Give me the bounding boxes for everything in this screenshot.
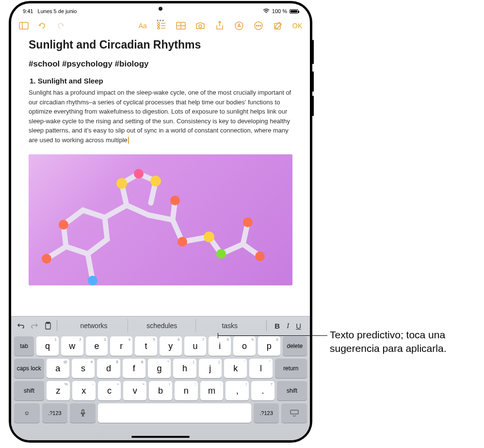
key-l[interactable]: "l xyxy=(249,359,272,378)
key-q[interactable]: 1q xyxy=(36,336,59,356)
more-icon[interactable] xyxy=(254,21,263,31)
key-row-3: shift %z -x +c =v /b ;n :m !, ?. shift xyxy=(14,381,307,400)
svg-point-22 xyxy=(177,237,187,247)
shift-key-right[interactable]: shift xyxy=(277,381,307,400)
key-s[interactable]: #s xyxy=(72,359,95,378)
shift-key-left[interactable]: shift xyxy=(14,381,44,400)
key-p[interactable]: 0p xyxy=(258,336,280,356)
key-c[interactable]: +c xyxy=(98,381,121,400)
redo-icon xyxy=(56,21,65,31)
callout-text: Texto predictivo; toca una sugerencia pa… xyxy=(330,328,475,356)
emoji-key[interactable]: ☺ xyxy=(14,403,40,423)
key-h[interactable]: (h xyxy=(173,359,196,378)
keyboard-suggestion-bar: networks schedules tasks B I U xyxy=(11,316,310,335)
key-row-1: tab 1q 2w 3e 4r 5t 6y 7u 8i 9o 0p delete xyxy=(14,336,307,356)
key-i[interactable]: 8i xyxy=(209,336,231,356)
note-content-area[interactable]: Sunlight and Circadian Rhythms #school #… xyxy=(11,35,310,316)
status-date: Lunes 5 de junio xyxy=(38,8,77,14)
ipad-screen: 9:41 Lunes 5 de junio 100 % ••• Aa xyxy=(11,3,310,440)
status-time: 9:41 xyxy=(23,8,33,14)
key-r[interactable]: 4r xyxy=(110,336,132,356)
undo-icon[interactable] xyxy=(37,21,47,31)
bold-button[interactable]: B xyxy=(274,322,280,330)
done-button[interactable]: OK xyxy=(292,22,302,30)
home-indicator[interactable] xyxy=(131,436,190,438)
note-tags: #school #psychology #biology xyxy=(29,59,292,69)
key-comma[interactable]: !, xyxy=(226,381,249,400)
key-v[interactable]: =v xyxy=(123,381,146,400)
numeric-key-right[interactable]: .?123 xyxy=(254,403,279,423)
camera-icon[interactable] xyxy=(195,21,205,31)
key-x[interactable]: -x xyxy=(72,381,96,400)
kb-redo-icon[interactable] xyxy=(29,320,40,332)
dismiss-keyboard-key[interactable] xyxy=(281,403,307,423)
share-icon[interactable] xyxy=(215,21,225,31)
new-note-icon[interactable] xyxy=(273,21,283,31)
numeric-key-left[interactable]: .?123 xyxy=(42,403,68,423)
key-y[interactable]: 6y xyxy=(160,336,182,356)
key-g[interactable]: *g xyxy=(148,359,171,378)
molecule-svg xyxy=(29,154,292,285)
table-icon[interactable] xyxy=(176,21,186,31)
wifi-icon xyxy=(263,9,270,14)
note-heading: 1. Sunlight and Sleep xyxy=(30,77,292,85)
key-u[interactable]: 7u xyxy=(184,336,207,356)
spacebar-key[interactable] xyxy=(98,403,251,423)
key-w[interactable]: 2w xyxy=(61,336,83,356)
italic-button[interactable]: I xyxy=(287,322,289,330)
power-button[interactable] xyxy=(312,40,314,64)
svg-point-6 xyxy=(158,27,160,29)
key-row-4: ☺ .?123 .?123 xyxy=(14,403,307,423)
key-row-2: caps lock @a #s $d &f *g (h )j 'k "l ret… xyxy=(14,359,307,378)
key-e[interactable]: 3e xyxy=(86,336,108,356)
front-camera xyxy=(159,7,162,11)
key-m[interactable]: :m xyxy=(200,381,224,400)
delete-key[interactable]: delete xyxy=(283,336,307,356)
key-t[interactable]: 5t xyxy=(135,336,157,356)
svg-rect-33 xyxy=(290,410,298,414)
onscreen-keyboard: networks schedules tasks B I U tab 1q 2w… xyxy=(11,316,310,440)
key-b[interactable]: /b xyxy=(149,381,172,400)
key-period[interactable]: ?. xyxy=(251,381,274,400)
svg-point-18 xyxy=(116,178,127,189)
svg-point-25 xyxy=(255,251,265,261)
svg-point-20 xyxy=(150,176,161,186)
volume-down-button[interactable] xyxy=(312,96,314,116)
svg-rect-32 xyxy=(82,410,84,414)
note-title: Sunlight and Circadian Rhythms xyxy=(29,38,292,51)
key-f[interactable]: &f xyxy=(123,359,145,378)
format-buttons: B I U xyxy=(270,322,306,330)
svg-point-29 xyxy=(59,220,68,230)
key-rows: tab 1q 2w 3e 4r 5t 6y 7u 8i 9o 0p delete… xyxy=(11,335,310,429)
key-n[interactable]: ;n xyxy=(175,381,198,400)
suggestion-3[interactable]: tasks xyxy=(195,319,263,332)
key-k[interactable]: 'k xyxy=(224,359,247,378)
divider xyxy=(266,320,267,331)
markup-icon[interactable] xyxy=(234,21,244,31)
multitask-dots[interactable]: ••• xyxy=(157,17,165,24)
dictation-key[interactable] xyxy=(70,403,96,423)
suggestion-2[interactable]: schedules xyxy=(128,319,195,332)
svg-point-28 xyxy=(42,254,51,264)
tab-key[interactable]: tab xyxy=(14,336,34,356)
kb-clipboard-icon[interactable] xyxy=(42,320,54,332)
return-key[interactable]: return xyxy=(275,359,307,378)
capslock-key[interactable]: caps lock xyxy=(14,359,44,378)
sidebar-toggle-icon[interactable] xyxy=(19,21,29,31)
underline-button[interactable]: U xyxy=(296,322,301,330)
svg-point-16 xyxy=(260,25,261,26)
svg-point-21 xyxy=(170,196,180,205)
suggestion-1[interactable]: networks xyxy=(60,319,128,332)
key-z[interactable]: %z xyxy=(47,381,70,400)
kb-undo-icon[interactable] xyxy=(15,320,27,332)
volume-up-button[interactable] xyxy=(312,71,314,92)
key-o[interactable]: 9o xyxy=(233,336,256,356)
text-format-button[interactable]: Aa xyxy=(139,22,147,30)
key-a[interactable]: @a xyxy=(47,359,69,378)
battery-percent: 100 % xyxy=(272,8,287,14)
svg-point-4 xyxy=(158,25,160,27)
svg-point-23 xyxy=(204,232,214,242)
key-d[interactable]: $d xyxy=(97,359,120,378)
key-j[interactable]: )j xyxy=(199,359,222,378)
molecule-image xyxy=(29,154,292,285)
